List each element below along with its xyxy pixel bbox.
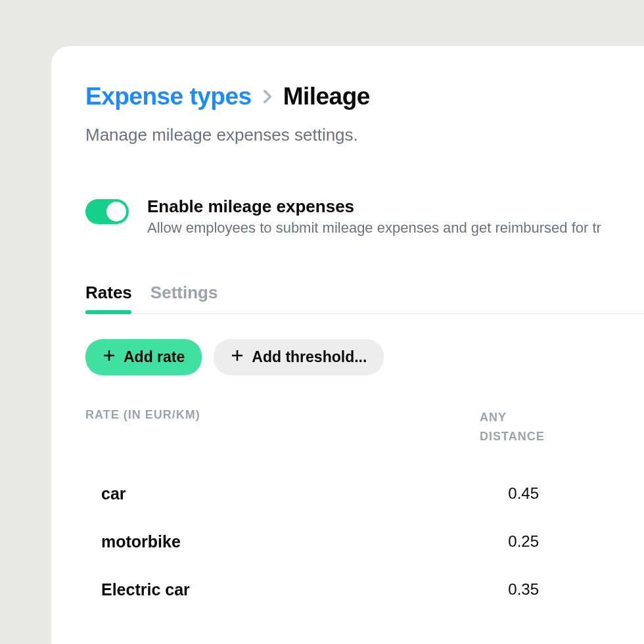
settings-card: Expense types Mileage Manage mileage exp…	[51, 46, 644, 644]
toggle-labels: Enable mileage expenses Allow employees …	[147, 196, 644, 237]
breadcrumb-parent-link[interactable]: Expense types	[85, 83, 252, 110]
rate-name: Electric car	[101, 580, 190, 599]
enable-mileage-row: Enable mileage expenses Allow employees …	[85, 196, 644, 237]
action-buttons: Add rate Add threshold...	[85, 339, 644, 375]
toggle-title: Enable mileage expenses	[147, 196, 644, 217]
table-header: RATE (IN EUR/KM) ANY DISTANCE	[85, 408, 644, 446]
tabs: Rates Settings	[85, 283, 644, 314]
toggle-description: Allow employees to submit mileage expens…	[147, 219, 644, 237]
chevron-right-icon	[264, 90, 271, 103]
enable-mileage-toggle[interactable]	[85, 199, 129, 224]
plus-icon	[103, 348, 116, 366]
column-header-distance: ANY DISTANCE	[480, 408, 572, 446]
breadcrumb-current: Mileage	[283, 83, 370, 110]
add-threshold-button[interactable]: Add threshold...	[214, 339, 384, 375]
column-header-rate: RATE (IN EUR/KM)	[85, 408, 200, 446]
toggle-knob	[106, 202, 126, 221]
rate-name: car	[101, 484, 126, 503]
rate-value: 0.25	[508, 532, 539, 551]
add-threshold-label: Add threshold...	[252, 348, 367, 366]
rate-value: 0.45	[508, 484, 539, 503]
table-row[interactable]: motorbike 0.25	[101, 532, 644, 551]
rates-list: car 0.45 motorbike 0.25 Electric car 0.3…	[85, 484, 644, 599]
tab-settings[interactable]: Settings	[150, 283, 218, 313]
add-rate-label: Add rate	[124, 348, 185, 366]
tab-rates[interactable]: Rates	[85, 283, 132, 313]
page-subtitle: Manage mileage expenses settings.	[85, 125, 644, 145]
breadcrumb: Expense types Mileage	[85, 83, 644, 110]
add-rate-button[interactable]: Add rate	[85, 339, 202, 375]
table-row[interactable]: car 0.45	[101, 484, 644, 503]
plus-icon	[231, 348, 244, 366]
rate-name: motorbike	[101, 532, 181, 551]
table-row[interactable]: Electric car 0.35	[101, 580, 644, 599]
rate-value: 0.35	[508, 580, 539, 599]
